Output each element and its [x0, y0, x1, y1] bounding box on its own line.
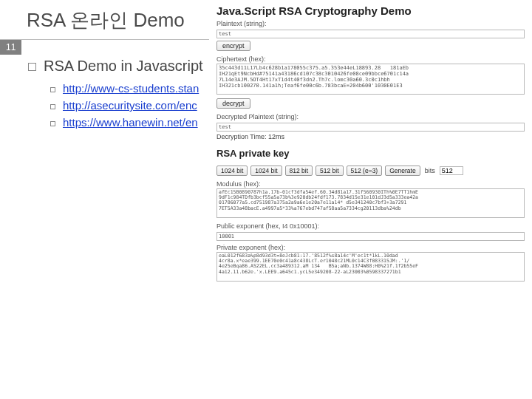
bullet-icon [50, 87, 55, 92]
decrypt-button[interactable]: decrypt [216, 98, 250, 109]
bits-input[interactable] [440, 166, 463, 175]
public-exponent-label: Public exponent (hex, I4 0x10001): [216, 222, 525, 230]
bits-label: bits [425, 167, 435, 174]
bullet-icon [50, 104, 55, 109]
decryption-time: Decryption Time: 12ms [216, 133, 525, 140]
bits-512-button[interactable]: 512 bit [316, 166, 344, 176]
ciphertext-label: Ciphertext (hex): [216, 55, 525, 63]
bits-1024-button[interactable]: 1024 bit [216, 166, 248, 176]
private-key-heading: RSA private key [216, 148, 525, 159]
plaintext-label: Plaintext (string): [216, 20, 525, 27]
demo-heading: Java.Script RSA Cryptography Demo [216, 4, 525, 17]
link-cs-students[interactable]: http://www-cs-students.stan [63, 82, 199, 95]
bullet-icon [28, 63, 36, 71]
page-number-badge: 11 [0, 40, 21, 55]
bits-1024b-button[interactable]: 1024 bit [250, 166, 282, 176]
encrypt-button[interactable]: encrypt [216, 41, 250, 51]
private-exponent-label: Private exponent (hex): [216, 244, 525, 251]
bits-512e3-button[interactable]: 512 (e=3) [347, 166, 383, 176]
modulus-label: Modulus (hex): [216, 180, 525, 188]
link-asecuritysite[interactable]: http://asecuritysite.com/enc [63, 99, 197, 112]
public-exponent-input[interactable] [216, 232, 525, 241]
modulus-output[interactable]: afEc15B0890787h1a.17b-01cf3dfa54ef.60.34… [216, 188, 525, 218]
decrypted-output[interactable] [216, 123, 525, 132]
bits-812-button[interactable]: 812 bit [285, 166, 313, 176]
rsa-demo-panel: Java.Script RSA Cryptography Demo Plaint… [209, 0, 532, 399]
slide-title: RSA 온라인 Demo [0, 0, 222, 40]
link-hanewin[interactable]: https://www.hanewin.net/en [63, 116, 198, 129]
private-exponent-output[interactable]: eaL012f683a%p8d93d3t=8eJcb81:17.'8512f%s… [216, 252, 525, 282]
decrypted-label: Decrypted Plaintext (string): [216, 113, 525, 120]
plaintext-input[interactable] [216, 30, 525, 38]
bullet-icon [50, 121, 55, 126]
ciphertext-output[interactable]: 35c443d11L17Lb4c628b1a178055c375.a5.353e… [216, 64, 525, 95]
generate-button[interactable]: Generate [385, 166, 420, 176]
section-subtitle: RSA Demo in Javascript [44, 58, 203, 75]
